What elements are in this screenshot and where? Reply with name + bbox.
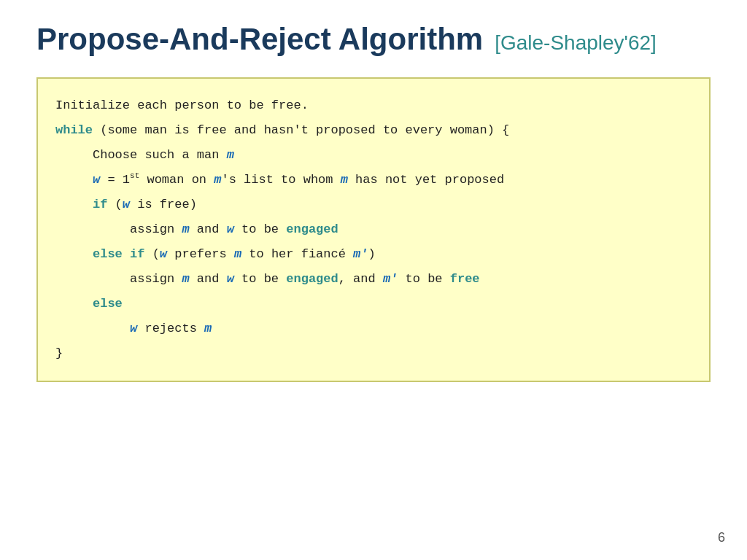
code-text-w-list: woman on — [139, 173, 214, 187]
code-text-rejects: rejects — [137, 322, 204, 335]
code-block: Initialize each person to be free. while… — [36, 77, 711, 382]
code-indent-5 — [55, 198, 93, 211]
var-m-1: m — [227, 148, 234, 162]
var-m-4: m — [182, 222, 189, 236]
code-text-elseif: ( — [144, 247, 159, 261]
code-indent-10 — [55, 322, 130, 335]
code-indent-4 — [55, 173, 93, 187]
keyword-engaged-1: engaged — [286, 222, 338, 236]
code-text-if2: is free) — [130, 198, 197, 211]
var-w-6: w — [130, 322, 137, 335]
code-line-3: Choose such a man m — [55, 143, 692, 168]
var-m-5: m — [234, 247, 241, 261]
var-m-2: m — [214, 173, 221, 187]
code-line-2: while (some man is free and hasn't propo… — [55, 118, 692, 143]
code-indent-7 — [55, 247, 93, 261]
code-line-1: Initialize each person to be free. — [55, 93, 692, 118]
code-text-assign2d: to be — [398, 272, 449, 286]
keyword-free: free — [450, 272, 480, 286]
code-text-assign2c: , and — [338, 272, 383, 286]
slide-reference: [Gale-Shapley'62] — [495, 31, 657, 55]
var-m-prime-2: m' — [383, 272, 398, 286]
slide: Propose-And-Reject Algorithm [Gale-Shapl… — [0, 0, 747, 560]
var-w-4: w — [160, 247, 167, 261]
code-text-while: (some man is free and hasn't proposed to… — [93, 123, 509, 137]
keyword-engaged-2: engaged — [286, 272, 338, 286]
code-text-assign2a: and — [190, 272, 227, 286]
code-indent-6: assign — [55, 222, 182, 236]
var-m-6: m — [182, 272, 189, 286]
code-line-6: assign m and w to be engaged — [55, 217, 692, 242]
code-closing-brace: } — [55, 346, 63, 360]
code-line-4: w = 1st woman on m's list to whom m has … — [55, 168, 692, 192]
code-text-if: ( — [107, 198, 122, 211]
code-line-10: w rejects m — [55, 316, 692, 341]
code-text-elseif3: to her fiancé — [241, 247, 353, 261]
code-text-w-assign: = 1 — [100, 173, 130, 187]
var-m-3: m — [341, 173, 348, 187]
code-text-elseif4: ) — [368, 247, 376, 261]
code-text-elseif2: prefers — [167, 247, 234, 261]
var-w-5: w — [227, 272, 234, 286]
code-line-11: } — [55, 341, 692, 366]
superscript-st: st — [130, 171, 139, 180]
var-w-1: w — [93, 173, 100, 187]
var-w-2: w — [123, 198, 130, 211]
code-indent-9 — [55, 297, 93, 311]
code-line-9: else — [55, 292, 692, 316]
var-w-3: w — [227, 222, 234, 236]
keyword-while: while — [55, 123, 93, 137]
code-text-init: Initialize each person to be free. — [55, 98, 309, 112]
title-area: Propose-And-Reject Algorithm [Gale-Shapl… — [36, 22, 711, 57]
code-line-5: if (w is free) — [55, 192, 692, 217]
code-line-7: else if (w prefers m to her fiancé m') — [55, 242, 692, 267]
var-m-prime-1: m' — [353, 247, 368, 261]
code-line-8: assign m and w to be engaged, and m' to … — [55, 267, 692, 292]
var-m-7: m — [204, 322, 212, 335]
code-text-w-list3: has not yet proposed — [348, 173, 504, 187]
code-text-assign2b: to be — [234, 272, 286, 286]
code-indent-8: assign — [55, 272, 182, 286]
code-text-choose: Choose such a man — [55, 148, 227, 162]
keyword-else: else — [93, 297, 123, 311]
keyword-else-if: else if — [93, 247, 144, 261]
code-text-assign1a: and — [190, 222, 227, 236]
slide-title: Propose-And-Reject Algorithm — [36, 22, 483, 57]
page-number: 6 — [718, 530, 725, 545]
code-text-assign1b: to be — [234, 222, 286, 236]
keyword-if: if — [93, 198, 107, 211]
code-text-w-list2: 's list to whom — [221, 173, 340, 187]
